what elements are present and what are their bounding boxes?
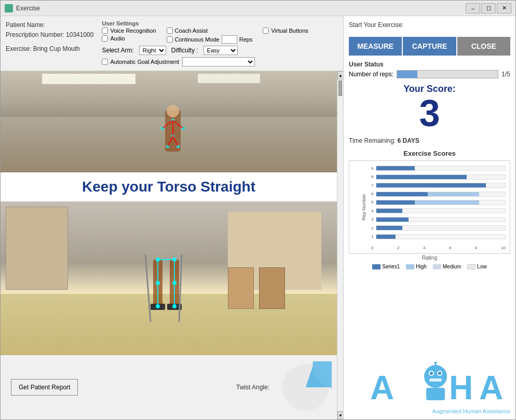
bar-label-3: 3 [371,217,374,222]
audio-checkbox-row[interactable]: Audio [102,35,156,42]
chart-bar-row-9: 9 [371,166,506,171]
chart-section: Exercise Scores Rep Number 9 [349,150,510,358]
svg-point-1 [167,105,179,117]
audio-checkbox[interactable] [102,35,108,42]
camera-top [1,71,337,172]
chart-legend: Series1 High Medium Low [349,264,510,269]
voice-recognition-checkbox[interactable] [102,28,108,34]
legend-low: Low [467,264,486,269]
arm-select[interactable]: Right Left [139,46,166,55]
skeleton-svg-bottom [135,254,197,332]
exercise-value: Bring Cup Mouth [33,45,80,52]
maximize-button[interactable]: ◻ [481,3,496,13]
chart-bars-container: 9 8 [371,164,506,241]
difficulty-select[interactable]: Easy Medium Hard [203,46,238,55]
bar-bg-4 [376,208,506,213]
bar-chart: Rep Number 9 8 [349,160,510,254]
bar-fill-1 [376,235,396,239]
legend-low-label: Low [477,264,486,269]
coach-assist-checkbox-row[interactable]: Coach Assist [167,28,253,34]
reps-label: Number of reps: [349,71,393,78]
bar-fill-8 [376,175,467,179]
measure-button[interactable]: MEASURE [349,37,402,56]
x-label-10: 10 [501,246,506,250]
reps-progress-bar [397,70,498,78]
legend-high-label: High [416,264,427,269]
svg-text:A: A [370,369,394,407]
app-icon [5,4,13,12]
bar-label-7: 7 [371,183,374,188]
svg-text:H: H [449,369,473,407]
coach-assist-checkbox[interactable] [167,28,173,34]
legend-high: High [406,264,427,269]
bar-label-1: 1 [371,234,374,239]
x-label-2: 2 [397,246,399,250]
virtual-buttons-checkbox[interactable] [263,28,269,34]
bar-bg-3 [376,217,506,222]
bar-bg-9 [376,166,506,171]
report-button[interactable]: Get Patient Report [11,379,78,396]
chart-bar-row-4: 4 [371,208,506,213]
reps-progress-fill [397,71,417,78]
bar-fill-2 [376,226,402,230]
legend-series1-box [372,264,381,269]
score-section: Your Score: 3 [349,84,510,132]
patient-name-label: Patient Name: [6,20,93,30]
bar-label-9: 9 [371,166,374,171]
x-axis-labels: 0 2 4 6 8 10 [371,246,506,250]
svg-text:A: A [479,369,503,407]
legend-series1: Series1 [372,264,400,269]
y-axis-title: Rep Number [361,194,366,220]
bar-fill-3 [376,218,409,222]
chart-bar-row-8: 8 [371,174,506,180]
continuous-mode-checkbox-row[interactable]: Continuous Mode 5 Reps [167,35,253,44]
user-settings: User Settings Voice Recognition Audio [102,20,338,66]
window-close-button[interactable]: ✕ [497,3,511,13]
instruction-banner: Keep your Torso Straight [1,172,337,201]
reps-input[interactable]: 5 [222,35,237,44]
chair-1 [259,267,285,309]
chart-bar-row-1: 1 [371,234,506,239]
time-remaining: Time Remaining: 6 DAYS [349,137,510,144]
top-controls: Patient Name: Prescription Number: 10341… [1,16,343,71]
auto-goal-select[interactable] [182,57,255,66]
voice-recognition-checkbox-row[interactable]: Voice Recognition [102,28,156,34]
time-remaining-value: 6 DAYS [398,137,419,144]
legend-medium-label: Medium [443,264,461,269]
x-label-8: 8 [475,246,477,250]
bar-bg-1 [376,234,506,239]
auto-goal-checkbox[interactable] [102,59,108,65]
virtual-buttons-checkbox-row[interactable]: Virtual Buttons [263,28,308,34]
skeleton-svg-top [152,105,194,167]
svg-point-39 [434,362,437,363]
aha-logo-section: A H [349,362,510,414]
continuous-mode-checkbox[interactable] [167,36,173,43]
difficulty-label: Difficulty : [171,47,198,54]
action-buttons: MEASURE CAPTURE CLOSE [349,37,510,56]
close-button[interactable]: CLOSE [457,37,510,56]
aha-subtitle: Augmented Human Assistance [365,408,510,414]
bar-fill-6b [428,192,479,196]
time-remaining-label: Time Remaining: [349,137,396,144]
bar-fill-4 [376,209,402,213]
auto-goal-checkbox-row[interactable]: Automatic Goal Adjustment [102,59,179,65]
aha-logo-svg: A H [365,362,510,409]
bar-bg-7 [376,183,506,188]
gym-scene-bottom [1,201,337,355]
bar-fill-7 [376,183,486,187]
capture-button[interactable]: CAPTURE [403,37,456,56]
chart-bar-row-6: 6 [371,192,506,197]
main-window: Exercise – ◻ ✕ Patient Name: [0,0,516,420]
user-status-label: User Status [349,61,510,68]
minimize-button[interactable]: – [466,3,480,13]
bar-bg-2 [376,225,506,231]
bar-fill-5b [415,200,479,205]
aha-logo: A H [365,362,510,414]
bar-label-6: 6 [371,192,374,196]
scroll-thumb[interactable] [338,80,342,96]
exercise-start-label: Start Your Exercise: [349,21,510,29]
ceiling-light-2 [198,74,260,83]
scroll-track [337,79,343,411]
bar-bg-6 [376,192,506,197]
svg-point-32 [424,365,447,388]
